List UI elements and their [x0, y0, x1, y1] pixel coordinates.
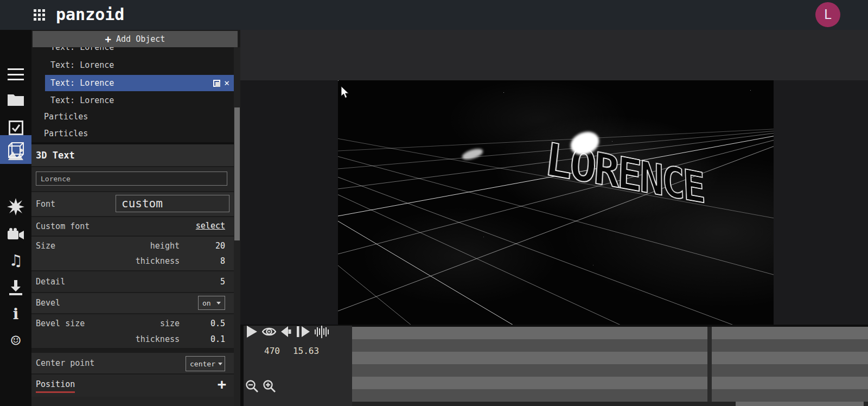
frame-counter: 470 [264, 346, 280, 356]
sidebar-item-camera[interactable] [0, 224, 31, 245]
download-icon [9, 280, 23, 295]
bevel-size-sub-label: size [114, 319, 180, 328]
custom-font-label: Custom font [36, 221, 90, 231]
timeline-scrollbar-track[interactable] [352, 402, 868, 406]
ground-grid [338, 80, 774, 325]
text-value-row [31, 167, 234, 191]
font-label: Font [36, 199, 55, 209]
timeline-track[interactable] [352, 364, 868, 377]
chevron-down-icon [216, 302, 221, 304]
mouse-cursor-icon [341, 86, 350, 99]
object-list: Text: Lorence Text: Lorence Text: Lorenc… [31, 47, 234, 142]
bevel-thickness-value[interactable]: 0.1 [210, 334, 225, 344]
sidebar-item-audio[interactable]: ♫ [0, 249, 31, 271]
timeline-tracks[interactable] [352, 327, 868, 402]
size-label: Size [36, 241, 55, 251]
sidebar-item-objects[interactable] [0, 138, 31, 161]
timeline-track[interactable] [352, 339, 868, 352]
bevel-thickness-label: thickness [114, 334, 180, 344]
playback-readout: 470 15.63 [264, 346, 319, 356]
bevel-size-value[interactable]: 0.5 [210, 319, 225, 328]
play-icon[interactable] [247, 326, 257, 338]
height-value[interactable]: 20 [215, 241, 225, 251]
bevel-select[interactable]: on [198, 296, 225, 310]
music-note-icon: ♫ [11, 251, 21, 270]
height-label: height [114, 241, 180, 251]
object-row[interactable]: Text: Lorence [31, 93, 234, 108]
bevel-label: Bevel [36, 298, 60, 308]
bevel-row: Bevel on [31, 293, 234, 313]
object-row-clipped[interactable]: Text: Lorence [31, 47, 234, 55]
detail-value[interactable]: 5 [220, 277, 225, 287]
sidebar-item-tasks[interactable] [0, 117, 31, 138]
object-row[interactable]: Particles [31, 126, 234, 141]
speaker-icon[interactable] [281, 326, 292, 337]
bevel-size-label: Bevel size [36, 319, 85, 328]
font-row: Font [31, 192, 234, 216]
panel-scrollbar-thumb[interactable] [234, 107, 240, 240]
menu-button[interactable] [0, 64, 31, 85]
text-value-input[interactable] [36, 172, 227, 186]
apps-grid-icon[interactable] [34, 9, 45, 21]
cube-icon [7, 141, 25, 159]
properties-title: 3D Text [31, 144, 234, 166]
center-point-select[interactable]: center [186, 356, 225, 371]
app-logo[interactable]: panzoid [56, 5, 124, 24]
viewport-margin-left [240, 80, 338, 325]
detail-row: Detail 5 [31, 271, 234, 292]
timeline-track[interactable] [352, 389, 868, 402]
info-icon: i [13, 305, 19, 323]
zoom-in-icon[interactable] [263, 379, 276, 393]
time-counter: 15.63 [293, 346, 319, 356]
viewport-canvas[interactable]: LORENCE [338, 80, 774, 325]
sidebar-item-feedback[interactable]: ☺ [0, 329, 31, 351]
folder-icon [8, 93, 24, 106]
object-row[interactable]: Particles [31, 109, 234, 124]
waveform-icon[interactable] [315, 325, 329, 338]
plus-icon: + [105, 33, 111, 45]
thickness-value[interactable]: 8 [220, 256, 225, 266]
font-input[interactable] [116, 195, 229, 212]
sidebar-item-effects[interactable] [0, 196, 31, 218]
checkbox-icon [9, 120, 23, 135]
sidebar-item-info[interactable]: i [0, 303, 31, 325]
step-forward-icon[interactable] [297, 326, 310, 337]
sidebar-item-projects[interactable] [0, 88, 31, 110]
hamburger-icon [8, 68, 24, 80]
delete-icon[interactable]: ✕ [224, 79, 229, 87]
top-bar: panzoid L [0, 0, 868, 30]
avatar-initial: L [824, 7, 832, 22]
position-label: Position [36, 379, 75, 393]
timeline-scrollbar-thumb[interactable] [736, 402, 864, 406]
center-point-row: Center point center [31, 353, 234, 373]
object-row-selected[interactable]: Text: Lorence ✕ [45, 75, 234, 91]
timeline-section-divider [707, 327, 712, 402]
duplicate-icon[interactable] [213, 80, 220, 87]
camera-icon [8, 228, 24, 241]
workspace-top-band [240, 30, 868, 80]
playback-controls [247, 325, 329, 339]
eye-icon[interactable] [262, 326, 276, 337]
add-object-button[interactable]: + Add Object [33, 31, 238, 47]
zoom-out-icon[interactable] [245, 379, 259, 393]
timeline-track[interactable] [352, 377, 868, 389]
panel-filler [31, 397, 234, 406]
viewport-margin-right [774, 80, 868, 325]
sidebar-item-download[interactable] [0, 277, 31, 299]
select-font-link[interactable]: select [196, 221, 225, 231]
position-row[interactable]: Position + [31, 375, 234, 397]
object-row[interactable]: Text: Lorence [31, 58, 234, 73]
timeline-track[interactable] [352, 352, 868, 364]
center-point-label: Center point [36, 358, 94, 368]
sidebar-rail: ♫ i ☺ [0, 30, 31, 406]
size-row: Size height 20 thickness 8 [31, 237, 234, 270]
bevel-size-row: Bevel size size 0.5 thickness 0.1 [31, 314, 234, 348]
add-keyframe-button[interactable]: + [218, 376, 226, 392]
timeline-track[interactable] [352, 327, 868, 339]
add-object-label: Add Object [116, 34, 165, 44]
burst-icon [7, 198, 24, 215]
thickness-label: thickness [114, 256, 180, 266]
avatar[interactable]: L [815, 2, 840, 27]
custom-font-row: Custom font select [31, 217, 234, 236]
detail-label: Detail [36, 277, 65, 287]
